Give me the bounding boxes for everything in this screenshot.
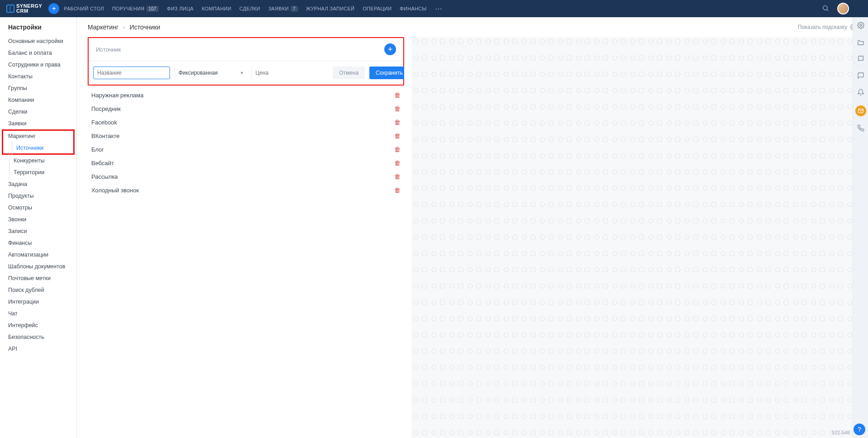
sb-requests[interactable]: Заявки	[0, 118, 76, 129]
brand-mark-icon: ⟨	[6, 5, 14, 13]
source-name-input[interactable]	[93, 67, 170, 79]
source-row[interactable]: ВКонтакте🗑	[88, 129, 404, 143]
select-value: Фиксированная	[179, 70, 218, 76]
sb-products[interactable]: Продукты	[0, 190, 76, 202]
save-button[interactable]: Сохранить	[369, 67, 404, 79]
sb-marketing-territory[interactable]: Территории	[0, 167, 76, 178]
brand-line2: CRM	[16, 8, 28, 14]
avatar[interactable]	[837, 3, 849, 14]
breadcrumb-leaf: Источники	[130, 24, 160, 31]
cancel-button[interactable]: Отмена	[333, 67, 365, 79]
trash-icon[interactable]: 🗑	[394, 186, 401, 194]
sb-task[interactable]: Задача	[0, 178, 76, 190]
source-row[interactable]: Вебсайт🗑	[88, 156, 404, 170]
svg-rect-4	[411, 37, 857, 438]
sb-records[interactable]: Записи	[0, 225, 76, 237]
right-rail	[853, 17, 868, 438]
sb-finance[interactable]: Финансы	[0, 237, 76, 249]
nav-requests-badge: 7	[291, 6, 298, 12]
sources-list: Наружная реклама🗑 Посредник🗑 Facebook🗑 В…	[88, 86, 404, 200]
svg-line-1	[827, 10, 828, 11]
card-title: Источник	[96, 46, 121, 53]
sb-integrations[interactable]: Интеграции	[0, 296, 76, 308]
sources-card: Источник + Фиксированная ▾ Отмена Сохран	[88, 37, 404, 438]
source-row[interactable]: Холодный звонок🗑	[88, 183, 404, 197]
bell-icon[interactable]	[857, 89, 864, 97]
trash-icon[interactable]: 🗑	[394, 119, 401, 126]
nav-deals[interactable]: СДЕЛКИ	[240, 6, 260, 11]
sb-groups[interactable]: Группы	[0, 82, 76, 94]
chevron-down-icon: ▾	[241, 70, 243, 76]
sb-mail-labels[interactable]: Почтовые метки	[0, 272, 76, 284]
sidebar-title: Настройки	[0, 17, 76, 35]
sb-interface[interactable]: Интерфейс	[0, 319, 76, 331]
sb-security[interactable]: Безопасность	[0, 331, 76, 343]
trash-icon[interactable]: 🗑	[394, 105, 401, 112]
chat-icon[interactable]	[857, 72, 864, 81]
nav-finance[interactable]: ФИНАНСЫ	[400, 6, 426, 11]
sb-calls[interactable]: Звонки	[0, 214, 76, 225]
trash-icon[interactable]: 🗑	[394, 91, 401, 99]
sb-inspections[interactable]: Осмотры	[0, 202, 76, 214]
breadcrumb-root[interactable]: Маркетинг	[88, 24, 118, 31]
book-icon[interactable]	[857, 55, 864, 64]
sb-companies[interactable]: Компании	[0, 94, 76, 106]
empty-pattern-area	[411, 37, 857, 438]
highlighted-form-area: Источник + Фиксированная ▾ Отмена Сохран	[88, 37, 404, 86]
help-fab[interactable]: ?	[854, 424, 865, 435]
sb-automation[interactable]: Автоматизации	[0, 249, 76, 261]
nav-operations[interactable]: ОПЕРАЦИИ	[363, 6, 392, 11]
gear-icon[interactable]	[857, 22, 864, 30]
source-type-select[interactable]: Фиксированная ▾	[175, 67, 247, 79]
build-label: 522-548	[832, 430, 850, 435]
folder-icon[interactable]	[857, 38, 864, 47]
top-right	[822, 3, 868, 14]
nav-persons[interactable]: ФИЗ ЛИЦА	[167, 6, 193, 11]
global-add-button[interactable]: +	[48, 3, 59, 14]
source-row[interactable]: Блог🗑	[88, 143, 404, 156]
top-nav: РАБОЧИЙ СТОЛ ПОРУЧЕНИЯ107 ФИЗ ЛИЦА КОМПА…	[64, 5, 442, 13]
breadcrumb: Маркетинг › Источники	[88, 24, 160, 31]
add-source-button[interactable]: +	[384, 43, 396, 55]
brand-logo[interactable]: ⟨ SYNERGY CRM	[0, 4, 48, 14]
nav-companies[interactable]: КОМПАНИИ	[202, 6, 231, 11]
source-row[interactable]: Посредник🗑	[88, 102, 404, 115]
nav-journal[interactable]: ЖУРНАЛ ЗАПИСЕЙ	[306, 6, 355, 11]
nav-desktop[interactable]: РАБОЧИЙ СТОЛ	[64, 6, 104, 11]
sb-doc-templates[interactable]: Шаблоны документов	[0, 261, 76, 272]
svg-point-0	[823, 5, 827, 10]
trash-icon[interactable]: 🗑	[394, 159, 401, 167]
new-source-form: Фиксированная ▾ Отмена Сохранить	[89, 61, 403, 85]
source-price-input[interactable]	[251, 67, 328, 79]
source-row[interactable]: Наружная реклама🗑	[88, 88, 404, 102]
mail-icon[interactable]	[855, 105, 866, 116]
nav-requests[interactable]: ЗАЯВКИ7	[268, 6, 297, 11]
sb-chat[interactable]: Чат	[0, 308, 76, 319]
nav-tasks[interactable]: ПОРУЧЕНИЯ107	[112, 6, 159, 11]
source-row[interactable]: Facebook🗑	[88, 115, 404, 129]
trash-icon[interactable]: 🗑	[394, 132, 401, 139]
sb-contacts[interactable]: Контакты	[0, 71, 76, 82]
phone-icon[interactable]	[857, 124, 864, 133]
sb-marketing-competitors[interactable]: Конкуренты	[0, 155, 76, 167]
sb-dupe-search[interactable]: Поиск дублей	[0, 284, 76, 296]
sb-marketing-sources[interactable]: Источники	[3, 142, 74, 154]
hint-label: Показать подсказку	[798, 24, 847, 30]
show-hint-button[interactable]: Показать подсказку ?	[798, 24, 857, 31]
chevron-right-icon: ›	[123, 24, 125, 31]
settings-sidebar: Настройки Основные настройки Баланс и оп…	[0, 17, 77, 438]
sb-marketing[interactable]: Маркетинг	[3, 130, 74, 142]
sb-staff[interactable]: Сотрудники и права	[0, 59, 76, 71]
top-bar: ⟨ SYNERGY CRM + РАБОЧИЙ СТОЛ ПОРУЧЕНИЯ10…	[0, 0, 868, 17]
nav-more-icon[interactable]: ⋯	[435, 5, 442, 13]
source-row[interactable]: Рассылка🗑	[88, 170, 404, 183]
trash-icon[interactable]: 🗑	[394, 173, 401, 180]
sb-main-settings[interactable]: Основные настройки	[0, 35, 76, 47]
sb-balance[interactable]: Баланс и оплата	[0, 47, 76, 59]
sb-api[interactable]: API	[0, 343, 76, 355]
sb-deals[interactable]: Сделки	[0, 106, 76, 118]
nav-tasks-badge: 107	[146, 6, 159, 12]
search-icon[interactable]	[822, 5, 829, 13]
trash-icon[interactable]: 🗑	[394, 146, 401, 153]
svg-point-5	[860, 24, 862, 26]
